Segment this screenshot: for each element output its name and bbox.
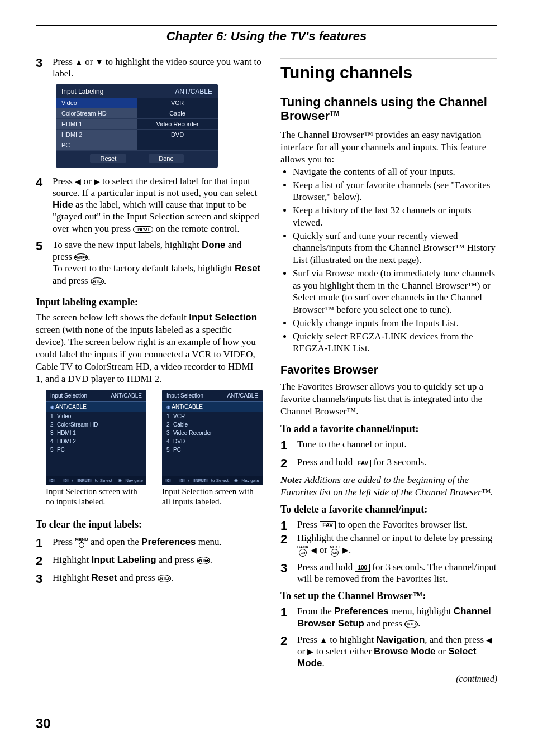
clear-step-num-1: 1	[36, 537, 48, 549]
s5ra: To revert to the factory default labels,…	[53, 263, 235, 274]
selB-r3: 3Video Recorder	[162, 429, 263, 437]
clear-step-num-3: 3	[36, 573, 48, 585]
add1: Tune to the channel or input.	[297, 438, 497, 450]
c2il: Input Labeling	[91, 554, 156, 565]
clear-step-1: 1 Press MENU and open the Preferences me…	[36, 536, 263, 549]
enter-button-icon-5: ENTER	[404, 620, 418, 628]
delete-fav-heading: To delete a favorite channel/input:	[280, 504, 497, 515]
setup-cb-heading: To set up the Channel Browser™:	[280, 590, 497, 602]
selA-ant: ANT/CABLE	[46, 401, 146, 412]
b4: Quickly surf and tune your recently view…	[293, 230, 497, 266]
s2g: .	[322, 658, 324, 668]
step3-text-a: Press	[53, 56, 75, 67]
tuning-channels-heading: Tuning channels	[280, 63, 497, 82]
selA-footer: 0 - 5 / INPUT to Select ◉ Navigate	[46, 476, 146, 485]
s5done: Done	[202, 240, 226, 250]
selB-title: Input Selection	[166, 393, 203, 399]
clear-step-3: 3 Highlight Reset and press ENTER.	[36, 572, 263, 585]
selB-ant: ANT/CABLE	[162, 401, 263, 412]
b2: Keep a list of your favorite channels (s…	[293, 179, 497, 204]
back-ch-button-icon: BACKCH	[297, 545, 308, 557]
del-num-2: 2	[280, 533, 293, 546]
input-button-icon: INPUT	[133, 226, 153, 233]
selA-r5: 5PC	[46, 446, 146, 454]
s1c: and press	[364, 618, 404, 629]
s1pref: Preferences	[334, 606, 388, 616]
s4hide: Hide	[53, 199, 73, 210]
page-number: 30	[36, 716, 51, 731]
c1b: and open the	[88, 537, 141, 547]
del-step-2: 2 Highlight the channel or input to dele…	[280, 532, 497, 557]
selB-right: ANT/CABLE	[227, 393, 258, 399]
note-label: Note:	[280, 475, 302, 485]
left-column: 3 Press ▲ or ▼ to highlight the video so…	[36, 56, 263, 684]
s4a: Press	[53, 176, 75, 186]
up-arrow-icon-2: ▲	[320, 635, 327, 644]
enter-button-icon-3: ENTER	[197, 557, 210, 564]
osd-row-hdmi2: HDMI 2	[56, 130, 137, 140]
selB-r1: 1VCR	[162, 412, 263, 420]
selB-r2: 2Cable	[162, 420, 263, 429]
add-step-1: 1 Tune to the channel or input.	[280, 438, 497, 452]
cb-bullets: Navigate the contents of all of your inp…	[280, 166, 497, 355]
b7: Quickly select REGZA-LINK devices from t…	[293, 331, 497, 355]
s5reset: Reset	[235, 263, 260, 274]
set-num-1: 1	[280, 606, 293, 619]
step-3: 3 Press ▲ or ▼ to highlight the video so…	[36, 56, 263, 80]
left-arrow-icon-2: ◀	[311, 546, 317, 554]
step-num-5: 5	[36, 240, 48, 252]
chapter-title: Chapter 6: Using the TV's features	[36, 29, 497, 44]
right-arrow-icon: ▶	[94, 177, 100, 186]
d2e: .	[349, 544, 351, 555]
note-additions: Note: Additions are added to the beginni…	[280, 474, 497, 498]
next-ch-button-icon: NEXTCH	[330, 545, 340, 557]
add-step-2: 2 Press and hold FAV for 3 seconds.	[280, 456, 497, 470]
selA-r4: 4HDMI 2	[46, 437, 146, 446]
tuning-channel-browser-heading: Tuning channels using the Channel Browse…	[280, 95, 497, 123]
osd-reset-button: Reset	[90, 154, 126, 163]
fav-button-icon: FAV	[355, 460, 371, 467]
del-step-3: 3 Press and hold 100 for 3 seconds. The …	[280, 561, 497, 585]
d2a: Highlight the channel or input to delete…	[297, 533, 492, 543]
c3reset: Reset	[91, 572, 117, 583]
selA-r1: 1Video	[46, 412, 146, 420]
continued-label: (continued)	[280, 674, 497, 684]
clear-labels-heading: To clear the input labels:	[36, 519, 263, 530]
b5: Surf via Browse mode (to immediately tun…	[293, 267, 497, 316]
ex-b: Input Selection	[189, 312, 257, 323]
del-num-1: 1	[280, 520, 293, 532]
s1d: .	[418, 618, 420, 629]
ex-c: screen (with none of the inputs labeled …	[36, 324, 256, 384]
osd-input-selection-labeled: Input SelectionANT/CABLE ANT/CABLE 1VCR …	[162, 390, 263, 485]
ex-a: The screen below left shows the default	[36, 312, 189, 323]
s5a: To save the new input labels, highlight	[53, 240, 202, 250]
osd-input-labeling: Input Labeling ANT/CABLE Video ColorStre…	[56, 84, 218, 168]
top-rule	[36, 25, 497, 26]
add2b: for 3 seconds.	[371, 457, 426, 467]
step-4: 4 Press ◀ or ▶ to select the desired lab…	[36, 175, 263, 235]
selB-footer: 0 - 5 / INPUT to Select ◉ Navigate	[162, 476, 263, 485]
s2bm: Browse Mode	[374, 646, 436, 657]
b3: Keep a history of the last 32 channels o…	[293, 204, 497, 229]
selA-r2: 2ColorStream HD	[46, 420, 146, 429]
cb-intro: The Channel Browser™ provides an easy na…	[280, 129, 497, 166]
left-arrow-icon: ◀	[75, 177, 81, 186]
osd-row-videorec: Video Recorder	[137, 119, 218, 130]
selA-title: Input Selection	[50, 393, 87, 399]
c2c: .	[210, 554, 212, 565]
s2c: , and then press	[425, 634, 486, 645]
s1a: From the	[297, 606, 334, 616]
enter-button-icon: ENTER	[74, 253, 88, 261]
osd-row-hdmi1: HDMI 1	[56, 119, 137, 130]
osd-done-button: Done	[149, 154, 183, 163]
enter-button-icon-4: ENTER	[158, 575, 171, 582]
d2c: or	[317, 544, 330, 555]
tm-mark: TM	[330, 109, 339, 117]
c1c: menu.	[196, 537, 221, 547]
d1b: to open the Favorites browser list.	[336, 519, 468, 530]
rule-below-h1	[280, 90, 497, 90]
b6: Quickly change inputs from the Inputs Li…	[293, 317, 497, 329]
step-num-4: 4	[36, 176, 48, 189]
favorites-browser-heading: Favorites Browser	[280, 363, 497, 376]
s5rc: .	[104, 275, 106, 286]
